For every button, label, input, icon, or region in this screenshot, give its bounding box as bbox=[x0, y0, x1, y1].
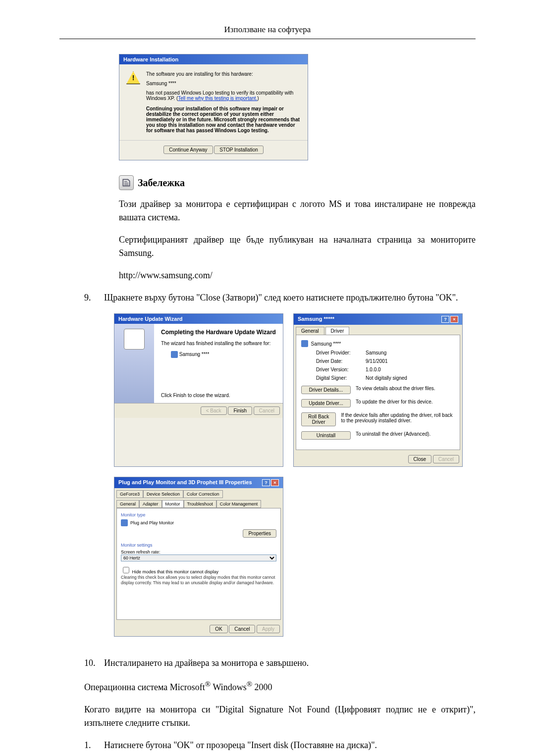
close-icon[interactable]: × bbox=[450, 316, 458, 323]
ok-button[interactable]: OK bbox=[210, 625, 227, 633]
continue-anyway-button[interactable]: Continue Anyway bbox=[163, 146, 213, 154]
monitor-icon bbox=[301, 340, 308, 347]
hide-modes-desc: Clearing this check box allows you to se… bbox=[121, 575, 276, 586]
cancel-button[interactable]: Cancel bbox=[229, 625, 255, 633]
digital-signature-paragraph: Когато видите на монитора си "Digital Si… bbox=[84, 703, 476, 730]
tab-geforce[interactable]: GeForce3 bbox=[116, 490, 143, 498]
stop-installation-button[interactable]: STOP Installation bbox=[214, 146, 263, 154]
monitor-type-label: Monitor type bbox=[121, 512, 276, 517]
tab-adapter[interactable]: Adapter bbox=[139, 500, 162, 508]
refresh-rate-label: Screen refresh rate: bbox=[121, 550, 276, 554]
hide-modes-checkbox[interactable] bbox=[123, 567, 129, 573]
hw-text-line1: The software you are installing for this… bbox=[146, 71, 301, 77]
tell-me-why-link[interactable]: Tell me why this testing is important. bbox=[178, 96, 257, 101]
close-icon[interactable]: × bbox=[271, 479, 279, 486]
tab-color-correction[interactable]: Color Correction bbox=[183, 490, 223, 498]
os-line: Операционна система Microsoft® Windows® … bbox=[84, 679, 476, 694]
driver-details-button[interactable]: Driver Details... bbox=[301, 386, 351, 394]
page-header: Използване на софтуера bbox=[59, 25, 476, 39]
apply-button: Apply bbox=[257, 625, 280, 633]
tab-monitor[interactable]: Monitor bbox=[162, 500, 184, 508]
wizard-icon bbox=[124, 329, 145, 350]
wizard-heading: Completing the Hardware Update Wizard bbox=[161, 329, 276, 336]
dialog-title: Samsung ***** bbox=[298, 316, 334, 323]
tab-general[interactable]: General bbox=[116, 500, 139, 508]
help-icon[interactable]: ? bbox=[441, 316, 449, 323]
step-9: 9. Щракнете върху бутона "Close (Затвори… bbox=[84, 291, 476, 304]
note-title: Забележка bbox=[138, 177, 185, 189]
dialog-title: Hardware Installation bbox=[119, 54, 308, 64]
cancel-button: Cancel bbox=[254, 406, 280, 415]
wizard-hint: Click Finish to close the wizard. bbox=[161, 393, 276, 398]
tab-device-selection[interactable]: Device Selection bbox=[143, 490, 183, 498]
dialog-title: Plug and Play Monitor and 3D Prophet III… bbox=[118, 479, 252, 486]
help-icon[interactable]: ? bbox=[262, 479, 270, 486]
warning-icon: ! bbox=[126, 71, 142, 133]
monitor-icon bbox=[171, 351, 178, 358]
update-driver-button[interactable]: Update Driver... bbox=[301, 399, 351, 407]
hardware-installation-dialog: Hardware Installation ! The software you… bbox=[119, 54, 308, 160]
note-paragraph-2: Сертифицираният драйвер ще бъде публикув… bbox=[119, 233, 476, 260]
hardware-update-wizard-dialog: Hardware Update Wizard Completing the Ha… bbox=[114, 313, 283, 467]
uninstall-button[interactable]: Uninstall bbox=[301, 431, 351, 440]
cancel-button: Cancel bbox=[433, 455, 459, 463]
note-icon bbox=[119, 175, 134, 190]
hw-text-line2: has not passed Windows Logo testing to v… bbox=[146, 90, 301, 101]
tab-general[interactable]: General bbox=[296, 327, 324, 335]
close-button[interactable]: Close bbox=[408, 455, 432, 463]
step-10: 10. Инсталирането на драйвера за монитор… bbox=[84, 656, 476, 670]
tab-driver[interactable]: Driver bbox=[325, 327, 350, 335]
tab-color-management[interactable]: Color Management bbox=[216, 500, 262, 508]
monitor-properties-dialog: Plug and Play Monitor and 3D Prophet III… bbox=[114, 477, 283, 637]
note-paragraph-1: Този драйвер за монитора е сертифициран … bbox=[119, 198, 476, 224]
refresh-rate-select[interactable]: 60 Hertz bbox=[121, 554, 276, 561]
dialog-title: Hardware Update Wizard bbox=[114, 314, 283, 324]
substep-1: 1. Натиснете бутона "OK" от прозореца "I… bbox=[84, 739, 476, 752]
hw-device: Samsung **** bbox=[146, 81, 301, 86]
driver-properties-dialog: Samsung ***** ?× General Driver Samsung … bbox=[293, 313, 463, 467]
finish-button[interactable]: Finish bbox=[228, 406, 252, 415]
note-url: http://www.samsung.com/ bbox=[119, 269, 476, 282]
hw-warning-bold: Continuing your installation of this sof… bbox=[146, 106, 301, 133]
monitor-settings-label: Monitor settings bbox=[121, 543, 276, 548]
properties-button[interactable]: Properties bbox=[243, 529, 276, 538]
back-button: < Back bbox=[201, 406, 227, 415]
tab-troubleshoot[interactable]: Troubleshoot bbox=[184, 500, 216, 508]
rollback-driver-button[interactable]: Roll Back Driver bbox=[301, 412, 336, 426]
wizard-line: The wizard has finished installing the s… bbox=[161, 341, 276, 346]
monitor-icon bbox=[121, 519, 128, 526]
